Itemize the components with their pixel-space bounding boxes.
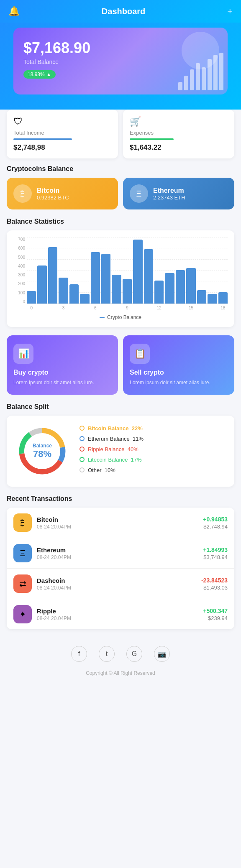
income-card: 🛡 Total Income $2,748,98 <box>7 110 118 158</box>
chart-bar <box>144 249 153 304</box>
tx-name-bitcoin: Bitcoin <box>37 516 198 523</box>
facebook-icon[interactable]: f <box>71 646 87 662</box>
chart-bar <box>196 63 200 90</box>
tx-change-bitcoin: +0.94853 <box>203 516 228 523</box>
income-label: Total Income <box>13 130 111 136</box>
sell-desc: Lorem ipsum dolr sit amet alias iure. <box>130 379 228 386</box>
legend-bitcoin: Bitcoin Balance 22% <box>79 425 226 431</box>
buy-icon: 📊 <box>13 344 33 364</box>
tx-name-dashcoin: Dashcoin <box>37 577 196 584</box>
ethereum-name: Ethereum <box>153 187 185 194</box>
transactions-list: ₿ Bitcoin 08-24 20.04PM +0.94853 $2,748.… <box>7 508 234 629</box>
chart-bar <box>208 294 217 304</box>
tx-name-ripple: Ripple <box>37 608 198 615</box>
chart-bar <box>37 266 46 304</box>
balance-card: $7,168.90 Total Balance 18.98% ▲ <box>13 28 228 94</box>
tx-value-bitcoin: $2,748.94 <box>203 523 228 530</box>
buy-title: Buy crypto <box>13 369 111 376</box>
litecoin-legend-circle <box>79 457 85 462</box>
chart-bar <box>178 82 182 90</box>
transactions-title: Recent Transactions <box>7 495 234 503</box>
bitcoin-card[interactable]: ₿ Bitcoin 0.92382 BTC <box>7 178 118 209</box>
chart-bar <box>59 278 68 304</box>
tx-date-ripple: 08-24 20.04PM <box>37 615 198 621</box>
y-axis: 700 600 500 400 300 200 100 0 <box>13 237 25 304</box>
chart-bar <box>27 291 36 304</box>
balance-chart <box>178 53 223 90</box>
ethereum-card[interactable]: Ξ Ethereum 2.23743 ETH <box>123 178 234 209</box>
income-value: $2,748,98 <box>13 143 111 152</box>
crypto-row: ₿ Bitcoin 0.92382 BTC Ξ Ethereum 2.23743… <box>7 178 234 209</box>
table-row[interactable]: Ξ Ethereum 08-24 20.04PM +1.84993 $3,748… <box>7 538 234 569</box>
bitcoin-name: Bitcoin <box>37 187 69 194</box>
stats-section-title: Balance Statistics <box>7 218 234 225</box>
instagram-icon[interactable]: 📷 <box>154 646 170 662</box>
chart-bar <box>186 268 195 304</box>
arrow-up-icon: ▲ <box>46 71 51 77</box>
legend-ripple: Ripple Balance 40% <box>79 446 226 452</box>
chart-bar <box>80 294 89 304</box>
chart-bar <box>91 252 100 304</box>
dashcoin-tx-icon: ⇄ <box>13 574 32 593</box>
other-legend-circle <box>79 467 85 472</box>
chart-bar <box>165 273 174 304</box>
social-bar: f t G 📷 <box>0 638 241 666</box>
buy-desc: Lorem ipsum dolr sit amet alias iure. <box>13 379 111 386</box>
bitcoin-icon: ₿ <box>13 184 32 203</box>
ripple-tx-icon: ✦ <box>13 605 32 623</box>
litecoin-legend-label: Litecoin Balance 17% <box>88 457 142 463</box>
balance-split-title: Balance Split <box>7 403 234 411</box>
chart-bar <box>154 281 164 304</box>
ethereum-legend-label: Etherum Balance 11% <box>88 436 144 442</box>
bars-container <box>27 237 228 304</box>
tx-change-dashcoin: -23.84523 <box>201 577 228 584</box>
split-legend: Bitcoin Balance 22% Etherum Balance 11% … <box>79 425 226 477</box>
ripple-legend-circle <box>79 447 85 452</box>
tx-date-dashcoin: 08-24 20.04PM <box>37 585 196 591</box>
ethereum-amount: 2.23743 ETH <box>153 194 185 201</box>
sell-card[interactable]: 📋 Sell crypto Lorem ipsum dolr sit amet … <box>123 335 234 395</box>
expenses-bar <box>130 138 174 140</box>
bell-icon[interactable]: 🔔 <box>8 6 20 17</box>
tx-change-ethereum: +1.84993 <box>203 546 228 553</box>
tx-change-ripple: +500.347 <box>203 608 228 614</box>
balance-badge: 18.98% ▲ <box>23 70 56 79</box>
footer-copyright: Copyright © All Right Reserved <box>0 666 241 684</box>
ethereum-tx-icon: Ξ <box>13 544 32 562</box>
header-plus[interactable]: + <box>227 6 233 17</box>
header: 🔔 Dashboard + <box>0 0 241 23</box>
sell-icon: 📋 <box>130 344 150 364</box>
chart-bar <box>133 240 142 304</box>
legend-litecoin: Litecoin Balance 17% <box>79 457 226 463</box>
legend-dot <box>100 317 105 318</box>
chart-bar <box>101 254 110 304</box>
twitter-icon[interactable]: t <box>99 646 115 662</box>
table-row[interactable]: ✦ Ripple 08-24 20.04PM +500.347 $239.94 <box>7 599 234 629</box>
buy-card[interactable]: 📊 Buy crypto Lorem ipsum dolr sit amet a… <box>7 335 118 395</box>
chart-legend: Crypto Balance <box>13 314 228 320</box>
chart-card: 700 600 500 400 300 200 100 0 <box>7 230 234 327</box>
donut-center: Balance 78% <box>33 443 52 460</box>
legend-ethereum: Etherum Balance 11% <box>79 436 226 442</box>
bars-area: 0 3 6 9 12 15 18 <box>27 237 228 310</box>
chart-bar <box>123 279 132 304</box>
google-icon[interactable]: G <box>126 646 142 662</box>
table-row[interactable]: ₿ Bitcoin 08-24 20.04PM +0.94853 $2,748.… <box>7 508 234 538</box>
chart-bar <box>213 55 218 90</box>
expenses-value: $1,643.22 <box>130 143 228 152</box>
table-row[interactable]: ⇄ Dashcoin 08-24 20.04PM -23.84523 $1,49… <box>7 569 234 599</box>
tx-name-ethereum: Ethereum <box>37 546 198 554</box>
x-axis: 0 3 6 9 12 15 18 <box>27 306 228 310</box>
bitcoin-amount: 0.92382 BTC <box>37 194 69 201</box>
balance-split-card: Balance 78% Bitcoin Balance 22% Etherum … <box>7 416 234 487</box>
tx-date-ethereum: 08-24 20.04PM <box>37 554 198 560</box>
tx-date-bitcoin: 08-24 20.04PM <box>37 524 198 530</box>
crypto-section-title: Cryptocoins Balance <box>7 165 234 173</box>
expenses-card: 🛒 Expenses $1,643.22 <box>123 110 234 158</box>
donut-pct: 78% <box>33 449 52 460</box>
bitcoin-tx-icon: ₿ <box>13 513 32 532</box>
legend-other: Other 10% <box>79 467 226 473</box>
chart-bar <box>69 284 79 304</box>
ethereum-icon: Ξ <box>130 184 148 203</box>
income-bar <box>13 138 72 140</box>
